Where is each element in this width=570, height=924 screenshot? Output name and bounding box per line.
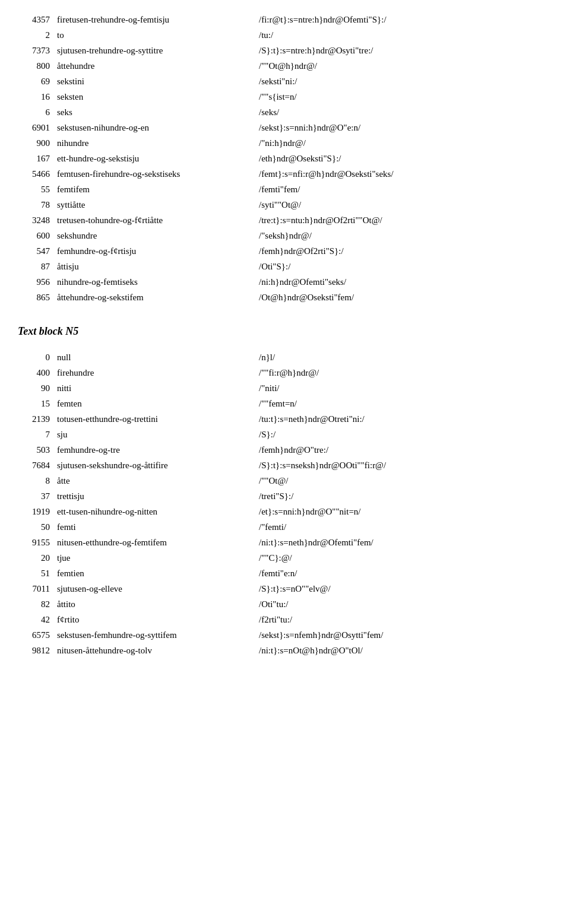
word-pronunciation: /""Ot@h}ndr@/ xyxy=(255,58,552,74)
word-number: 4357 xyxy=(18,12,53,27)
word-number: 956 xyxy=(18,274,53,290)
word-text: nitusen-åttehundre-og-tolv xyxy=(53,643,255,658)
word-pronunciation: /tu:t}:s=neth}ndr@Otreti"ni:/ xyxy=(255,411,552,427)
table-row: 87åttisju/Oti"S}:/ xyxy=(18,259,552,274)
word-number: 16 xyxy=(18,89,53,104)
word-number: 6901 xyxy=(18,120,53,135)
word-pronunciation: /""Ot@/ xyxy=(255,473,552,488)
word-pronunciation: /Oti"tu:/ xyxy=(255,596,552,612)
word-pronunciation: /ni:t}:s=neth}ndr@Ofemti"fem/ xyxy=(255,535,552,550)
table-row: 7373sjutusen-trehundre-og-syttitre/S}:t}… xyxy=(18,43,552,58)
word-text: sekstini xyxy=(53,74,255,89)
table-row: 503femhundre-og-tre/femh}ndr@O"tre:/ xyxy=(18,442,552,458)
word-pronunciation: /et}:s=nni:h}ndr@O""nit=n/ xyxy=(255,504,552,519)
word-pronunciation: /ni:h}ndr@Ofemti"seks/ xyxy=(255,274,552,290)
table-row: 69sekstini/seksti"ni:/ xyxy=(18,74,552,89)
word-pronunciation: /S}:t}:s=nO""elv@/ xyxy=(255,581,552,596)
word-text: åttehundre-og-sekstifem xyxy=(53,290,255,305)
word-number: 7373 xyxy=(18,43,53,58)
word-text: sjutusen-sekshundre-og-åttifire xyxy=(53,458,255,473)
word-text: totusen-etthundre-og-trettini xyxy=(53,411,255,427)
word-pronunciation: /f2rti"tu:/ xyxy=(255,612,552,627)
word-pronunciation: /""fi:r@h}ndr@/ xyxy=(255,365,552,380)
table-row: 2to/tu:/ xyxy=(18,27,552,43)
word-number: 6575 xyxy=(18,627,53,643)
word-pronunciation: /""s{ist=n/ xyxy=(255,89,552,104)
word-pronunciation: /"seksh}ndr@/ xyxy=(255,228,552,243)
word-number: 7684 xyxy=(18,458,53,473)
word-pronunciation: /treti"S}:/ xyxy=(255,488,552,504)
table-row: 6seks/seks/ xyxy=(18,104,552,120)
table-row: 167ett-hundre-og-sekstisju/eth}ndr@Oseks… xyxy=(18,151,552,166)
table-row: 3248tretusen-tohundre-og-f¢rtiåtte/tre:t… xyxy=(18,212,552,228)
word-text: sjutusen-og-elleve xyxy=(53,581,255,596)
word-number: 9155 xyxy=(18,535,53,550)
table-row: 37trettisju/treti"S}:/ xyxy=(18,488,552,504)
table-row: 7011sjutusen-og-elleve/S}:t}:s=nO""elv@/ xyxy=(18,581,552,596)
word-number: 7011 xyxy=(18,581,53,596)
word-number: 69 xyxy=(18,74,53,89)
word-number: 600 xyxy=(18,228,53,243)
table-row: 600sekshundre/"seksh}ndr@/ xyxy=(18,228,552,243)
word-text: syttiåtte xyxy=(53,197,255,212)
word-text: femten xyxy=(53,396,255,411)
word-number: 42 xyxy=(18,612,53,627)
word-pronunciation: /Oti"S}:/ xyxy=(255,259,552,274)
table-row: 42f¢rtito/f2rti"tu:/ xyxy=(18,612,552,627)
word-text: femhundre-og-f¢rtisju xyxy=(53,243,255,259)
word-number: 5466 xyxy=(18,166,53,182)
word-text: nihundre xyxy=(53,135,255,151)
word-number: 2 xyxy=(18,27,53,43)
table-row: 400firehundre/""fi:r@h}ndr@/ xyxy=(18,365,552,380)
word-number: 82 xyxy=(18,596,53,612)
table-row: 4357firetusen-trehundre-og-femtisju/fi:r… xyxy=(18,12,552,27)
word-pronunciation: /tre:t}:s=ntu:h}ndr@Of2rti""Ot@/ xyxy=(255,212,552,228)
word-pronunciation: /seks/ xyxy=(255,104,552,120)
word-text: null xyxy=(53,350,255,365)
word-pronunciation: /sekst}:s=nni:h}ndr@O"e:n/ xyxy=(255,120,552,135)
table-row: 800åttehundre/""Ot@h}ndr@/ xyxy=(18,58,552,74)
word-text: firehundre xyxy=(53,365,255,380)
word-pronunciation: /S}:t}:s=nseksh}ndr@OOti""fi:r@/ xyxy=(255,458,552,473)
word-pronunciation: /S}:/ xyxy=(255,427,552,442)
table-row: 9812nitusen-åttehundre-og-tolv/ni:t}:s=n… xyxy=(18,643,552,658)
word-table-1: 4357firetusen-trehundre-og-femtisju/fi:r… xyxy=(18,12,552,305)
word-number: 800 xyxy=(18,58,53,74)
table-row: 6575sekstusen-femhundre-og-syttifem/seks… xyxy=(18,627,552,643)
word-text: sekshundre xyxy=(53,228,255,243)
word-text: seksten xyxy=(53,89,255,104)
word-number: 7 xyxy=(18,427,53,442)
table-row: 0null/n}l/ xyxy=(18,350,552,365)
page-content: 4357firetusen-trehundre-og-femtisju/fi:r… xyxy=(18,12,552,658)
word-pronunciation: /S}:t}:s=ntre:h}ndr@Osyti"tre:/ xyxy=(255,43,552,58)
word-pronunciation: /sekst}:s=nfemh}ndr@Osytti"fem/ xyxy=(255,627,552,643)
word-number: 167 xyxy=(18,151,53,166)
table-row: 55femtifem/femti"fem/ xyxy=(18,182,552,197)
table-row: 7sju/S}:/ xyxy=(18,427,552,442)
word-number: 37 xyxy=(18,488,53,504)
word-pronunciation: /femti"fem/ xyxy=(255,182,552,197)
word-number: 51 xyxy=(18,566,53,581)
table-row: 82åttito/Oti"tu:/ xyxy=(18,596,552,612)
word-pronunciation: /ni:t}:s=nOt@h}ndr@O"tOl/ xyxy=(255,643,552,658)
word-text: sjutusen-trehundre-og-syttitre xyxy=(53,43,255,58)
word-pronunciation: /femh}ndr@Of2rti"S}:/ xyxy=(255,243,552,259)
word-number: 9812 xyxy=(18,643,53,658)
word-text: sju xyxy=(53,427,255,442)
word-number: 87 xyxy=(18,259,53,274)
table-row: 7684sjutusen-sekshundre-og-åttifire/S}:t… xyxy=(18,458,552,473)
word-pronunciation: /femt}:s=nfi:r@h}ndr@Oseksti"seks/ xyxy=(255,166,552,182)
table-row: 6901sekstusen-nihundre-og-en/sekst}:s=nn… xyxy=(18,120,552,135)
word-number: 55 xyxy=(18,182,53,197)
word-number: 547 xyxy=(18,243,53,259)
word-text: femtifem xyxy=(53,182,255,197)
word-text: f¢rtito xyxy=(53,612,255,627)
word-number: 900 xyxy=(18,135,53,151)
word-number: 0 xyxy=(18,350,53,365)
word-text: trettisju xyxy=(53,488,255,504)
word-text: ett-hundre-og-sekstisju xyxy=(53,151,255,166)
word-text: åttisju xyxy=(53,259,255,274)
word-pronunciation: /""femt=n/ xyxy=(255,396,552,411)
word-number: 6 xyxy=(18,104,53,120)
table-row: 865åttehundre-og-sekstifem/Ot@h}ndr@Osek… xyxy=(18,290,552,305)
